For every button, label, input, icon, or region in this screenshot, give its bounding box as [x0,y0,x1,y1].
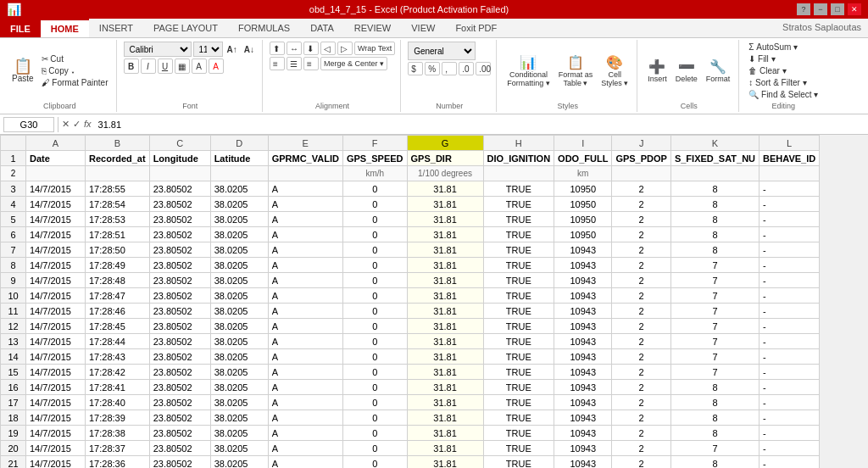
cell-d3[interactable]: 38.0205 [210,181,268,197]
cell-b21[interactable]: 17:28:36 [86,456,150,469]
cell-a13[interactable]: 14/7/2015 [26,334,86,349]
cell-l4[interactable]: - [760,197,820,212]
cell-i13[interactable]: 10943 [554,334,612,349]
cell-d20[interactable]: 38.0205 [210,441,268,456]
cell-h5[interactable]: TRUE [483,212,554,227]
cell-j15[interactable]: 2 [612,365,671,380]
cell-b16[interactable]: 17:28:41 [86,380,150,395]
tab-home[interactable]: HOME [41,19,89,37]
cell-c5[interactable]: 23.80502 [149,212,210,227]
sort-filter-button[interactable]: ↕ Sort & Filter ▾ [746,77,809,88]
cell-h21[interactable]: TRUE [483,456,554,469]
cell-e13[interactable]: A [268,334,342,349]
cell-f1[interactable]: GPS_SPEED [342,151,407,166]
cell-i18[interactable]: 10943 [554,410,612,426]
cell-j20[interactable]: 2 [612,441,671,456]
cell-d4[interactable]: 38.0205 [210,197,268,212]
col-header-d[interactable]: D [210,136,268,151]
cell-k16[interactable]: 8 [670,380,759,395]
cell-f11[interactable]: 0 [342,304,407,319]
cell-a21[interactable]: 14/7/2015 [26,456,86,469]
cell-g11[interactable]: 31.81 [407,304,483,319]
conditional-formatting-button[interactable]: 📊 ConditionalFormatting ▾ [504,53,554,89]
col-header-k[interactable]: K [670,136,759,151]
cell-j2[interactable] [612,166,671,181]
cell-k19[interactable]: 8 [670,426,759,441]
cell-b7[interactable]: 17:28:50 [86,242,150,258]
cell-i4[interactable]: 10950 [554,197,612,212]
cell-c20[interactable]: 23.80502 [149,441,210,456]
fill-button[interactable]: ⬇ Fill ▾ [746,53,777,64]
sheet-area[interactable]: A B C D E F G H I J K L 1 Dat [0,135,868,468]
cell-c16[interactable]: 23.80502 [149,380,210,395]
cell-k20[interactable]: 7 [670,441,759,456]
percent-button[interactable]: % [425,62,440,75]
cell-g12[interactable]: 31.81 [407,319,483,334]
col-header-f[interactable]: F [342,136,407,151]
font-size-select[interactable]: 11 [193,42,223,57]
cell-k10[interactable]: 7 [670,288,759,304]
merge-center-button[interactable]: Merge & Center ▾ [320,57,387,70]
cell-l1[interactable]: BEHAVE_ID [760,151,820,166]
cell-c3[interactable]: 23.80502 [149,181,210,197]
tab-data[interactable]: DATA [300,19,344,37]
number-format-select[interactable]: General [408,42,476,60]
cell-c11[interactable]: 23.80502 [149,304,210,319]
cell-d1[interactable]: Latitude [210,151,268,166]
cell-c6[interactable]: 23.80502 [149,227,210,242]
confirm-formula-icon[interactable]: ✓ [73,119,81,130]
cell-h9[interactable]: TRUE [483,273,554,288]
cell-j3[interactable]: 2 [612,181,671,197]
cell-c12[interactable]: 23.80502 [149,319,210,334]
cell-h4[interactable]: TRUE [483,197,554,212]
cell-h11[interactable]: TRUE [483,304,554,319]
cell-e16[interactable]: A [268,380,342,395]
maximize-button[interactable]: □ [831,3,844,15]
cell-d12[interactable]: 38.0205 [210,319,268,334]
cell-k6[interactable]: 8 [670,227,759,242]
align-top-button[interactable]: ⬆ [270,42,285,55]
cell-e8[interactable]: A [268,258,342,273]
cell-l17[interactable]: - [760,395,820,410]
decrease-font-button[interactable]: A↓ [242,44,257,55]
cell-h1[interactable]: DIO_IGNITION [483,151,554,166]
name-box[interactable] [3,117,54,132]
cell-e21[interactable]: A [268,456,342,469]
cell-c1[interactable]: Longitude [149,151,210,166]
cell-d5[interactable]: 38.0205 [210,212,268,227]
cell-k21[interactable]: 8 [670,456,759,469]
cell-i17[interactable]: 10943 [554,395,612,410]
cell-f5[interactable]: 0 [342,212,407,227]
cell-i6[interactable]: 10950 [554,227,612,242]
col-header-l[interactable]: L [760,136,820,151]
cell-e18[interactable]: A [268,410,342,426]
cell-f16[interactable]: 0 [342,380,407,395]
cell-f2[interactable]: km/h [342,166,407,181]
cell-e9[interactable]: A [268,273,342,288]
cell-a11[interactable]: 14/7/2015 [26,304,86,319]
col-header-h[interactable]: H [483,136,554,151]
format-table-button[interactable]: 📋 Format asTable ▾ [555,53,597,89]
cell-j7[interactable]: 2 [612,242,671,258]
cell-i7[interactable]: 10943 [554,242,612,258]
clear-button[interactable]: 🗑 Clear ▾ [746,65,788,76]
cell-h20[interactable]: TRUE [483,441,554,456]
cell-a12[interactable]: 14/7/2015 [26,319,86,334]
cell-g1[interactable]: GPS_DIR [407,151,483,166]
col-header-b[interactable]: B [86,136,150,151]
help-button[interactable]: ? [797,3,810,15]
cell-b1[interactable]: Recorded_at [86,151,150,166]
cell-i3[interactable]: 10950 [554,181,612,197]
increase-font-button[interactable]: A↑ [225,44,240,55]
cell-b12[interactable]: 17:28:45 [86,319,150,334]
cell-a16[interactable]: 14/7/2015 [26,380,86,395]
cell-i15[interactable]: 10943 [554,365,612,380]
cell-c4[interactable]: 23.80502 [149,197,210,212]
bold-button[interactable]: B [124,58,139,74]
cell-a20[interactable]: 14/7/2015 [26,441,86,456]
cell-d14[interactable]: 38.0205 [210,349,268,365]
cell-k17[interactable]: 8 [670,395,759,410]
cell-g16[interactable]: 31.81 [407,380,483,395]
cell-f10[interactable]: 0 [342,288,407,304]
cell-l20[interactable]: - [760,441,820,456]
